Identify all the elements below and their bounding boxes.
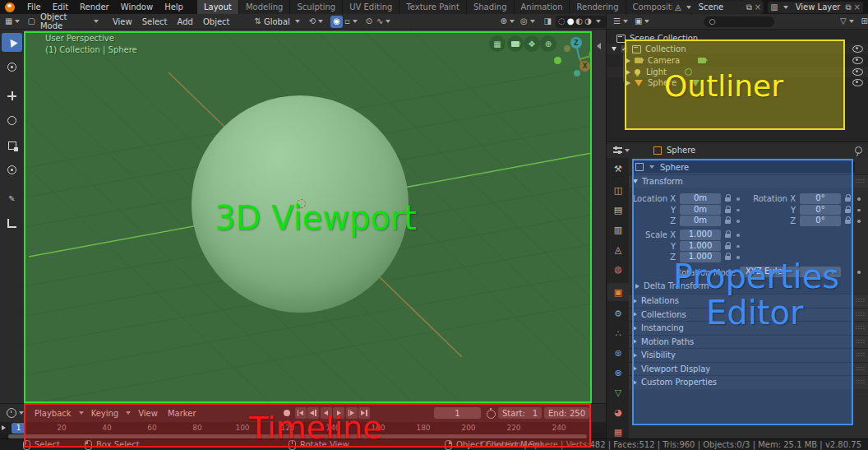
menu-view[interactable]: View [133, 409, 163, 418]
tab-scene[interactable]: ◬ [607, 240, 629, 258]
rotation-mode-dropdown[interactable]: XYZ Euler [740, 267, 841, 277]
panel-instancing[interactable]: Instancing ∷∷ [629, 321, 868, 335]
transform-panel-header[interactable]: Transform ∷∷ [629, 174, 868, 188]
properties-editor-type-icon[interactable] [613, 146, 622, 154]
gizmo-x-axis[interactable]: X [579, 61, 590, 72]
row-label[interactable]: Scene Collection [630, 34, 698, 43]
shading-solid-icon[interactable]: ● [567, 17, 575, 26]
animate-dot-icon[interactable] [857, 220, 861, 223]
drag-handle-icon[interactable]: ∷∷ [856, 365, 866, 373]
mode-dropdown[interactable]: Object Mode [35, 12, 91, 30]
tab-object[interactable]: ▣ [607, 283, 629, 301]
tab-particles[interactable]: ∴ [607, 324, 629, 342]
pin-icon[interactable] [855, 146, 862, 154]
tool-annotate[interactable]: ✎ [2, 189, 22, 208]
outliner-row-collection[interactable]: ✓ Collection [607, 44, 868, 54]
tab-output[interactable]: ▤ [607, 201, 629, 219]
start-frame-field[interactable]: Start: 1 [498, 407, 542, 419]
scene-selector[interactable]: ◬ Scene ⧉ × [672, 2, 764, 13]
workspace-tab-layout[interactable]: Layout [197, 0, 239, 14]
animate-dot-icon[interactable] [736, 197, 740, 201]
panel-custom-properties[interactable]: Custom Properties ∷∷ [629, 375, 868, 389]
menu-help[interactable]: Help [159, 0, 189, 14]
ortho-toggle-button[interactable]: ▦ [489, 35, 506, 52]
tab-render[interactable]: ◫ [607, 181, 629, 199]
outliner-row-light[interactable]: Light [607, 67, 868, 77]
drag-handle-icon[interactable]: ∷∷ [856, 311, 866, 318]
jump-to-end-button[interactable] [358, 407, 370, 419]
tool-scale[interactable] [2, 136, 22, 155]
scene-name[interactable]: Scene [696, 2, 744, 12]
tab-object-data[interactable]: ▽ [607, 383, 629, 401]
new-scene-icon[interactable]: ⧉ [746, 3, 752, 12]
row-label[interactable]: Sphere [648, 78, 676, 87]
record-button[interactable] [284, 410, 290, 416]
animate-dot-icon[interactable] [736, 234, 740, 237]
pan-view-button[interactable]: ✥ [524, 35, 540, 52]
workspace-tab-uv-editing[interactable]: UV Editing [343, 0, 399, 14]
filter-funnel-icon[interactable]: ▽ [840, 17, 847, 26]
stopwatch-icon[interactable] [487, 410, 496, 419]
view-layer-selector[interactable]: ▥ View Layer ⧉ × [768, 2, 863, 13]
eye-icon[interactable] [852, 68, 863, 76]
close-scene-icon[interactable]: × [755, 3, 761, 12]
panel-relations[interactable]: Relations ∷∷ [629, 294, 868, 308]
rotation-z-field[interactable]: 0° [800, 216, 841, 226]
tab-tool[interactable]: ⚒ [607, 160, 629, 178]
lock-icon[interactable] [725, 234, 731, 238]
animate-dot-icon[interactable] [736, 209, 740, 212]
tab-view-layer[interactable]: ▥ [607, 220, 629, 239]
disclosure-closed-icon[interactable] [635, 284, 639, 289]
drag-handle-icon[interactable]: ∷∷ [856, 178, 866, 185]
blender-logo-icon[interactable] [5, 2, 15, 12]
pivot-point-icon[interactable]: ⟲ [309, 17, 316, 26]
object-name-field[interactable]: Sphere [632, 161, 855, 173]
timeline-editor-type-icon[interactable] [7, 408, 16, 418]
outliner-editor-type-icon[interactable]: ☰ [613, 17, 621, 26]
disclosure-closed-icon[interactable] [626, 58, 630, 63]
menu-playback[interactable]: Playback [30, 409, 76, 418]
orientation-dropdown[interactable]: Global [261, 17, 293, 26]
panel-motion-paths[interactable]: Motion Paths ∷∷ [629, 335, 868, 349]
panel-visibility[interactable]: Visibility ∷∷ [629, 348, 868, 362]
drag-handle-icon[interactable]: ∷∷ [856, 297, 866, 304]
summary-expand-icon[interactable] [2, 425, 6, 430]
jump-to-start-button[interactable] [295, 407, 307, 419]
view-layer-name[interactable]: View Layer [793, 2, 843, 12]
lock-icon[interactable] [725, 245, 731, 249]
row-label[interactable]: Light [646, 67, 667, 77]
scale-z-field[interactable]: 1.000 [680, 252, 721, 262]
drag-handle-icon[interactable]: ∷∷ [856, 378, 866, 386]
shading-rendered-icon[interactable]: ◑ [584, 17, 592, 26]
tab-world[interactable]: ◍ [607, 260, 629, 278]
scale-y-field[interactable]: 1.000 [680, 241, 721, 252]
end-frame-field[interactable]: End: 250 [544, 407, 589, 419]
snap-toggle[interactable]: ◉ [330, 16, 343, 28]
menu-window[interactable]: Window [115, 0, 159, 14]
gizmo-z-axis[interactable]: Z [570, 37, 582, 49]
outliner-row-sphere[interactable]: Sphere [607, 77, 868, 88]
proportional-editing-icon[interactable]: ⊙ [366, 17, 372, 26]
display-mode-icon[interactable]: ▣ [635, 17, 642, 26]
outliner-row-camera[interactable]: Camera [607, 55, 868, 66]
menu-marker[interactable]: Marker [163, 409, 201, 418]
lock-icon[interactable] [725, 220, 731, 224]
new-view-layer-icon[interactable]: ⧉ [845, 3, 851, 12]
animate-dot-icon[interactable] [857, 209, 861, 212]
editor-type-icon[interactable]: ▦ [5, 17, 12, 26]
delta-transform-header[interactable]: Delta Transform [644, 281, 709, 290]
animate-dot-icon[interactable] [857, 271, 861, 274]
eye-icon[interactable] [852, 45, 863, 53]
falloff-curve-icon[interactable]: ∿ [376, 17, 383, 26]
object-name[interactable]: Sphere [660, 163, 689, 172]
workspace-tab-shading[interactable]: Shading [467, 0, 515, 14]
play-reverse-button[interactable] [321, 407, 332, 419]
next-keyframe-button[interactable] [346, 407, 358, 419]
eye-icon[interactable] [852, 57, 863, 64]
tool-select-box[interactable] [2, 33, 22, 52]
tool-move[interactable] [2, 86, 22, 105]
menu-keying[interactable]: Keying [86, 409, 124, 418]
rotation-x-field[interactable]: 0° [800, 193, 841, 204]
lock-icon[interactable] [845, 220, 851, 224]
disclosure-open-icon[interactable] [612, 47, 616, 51]
